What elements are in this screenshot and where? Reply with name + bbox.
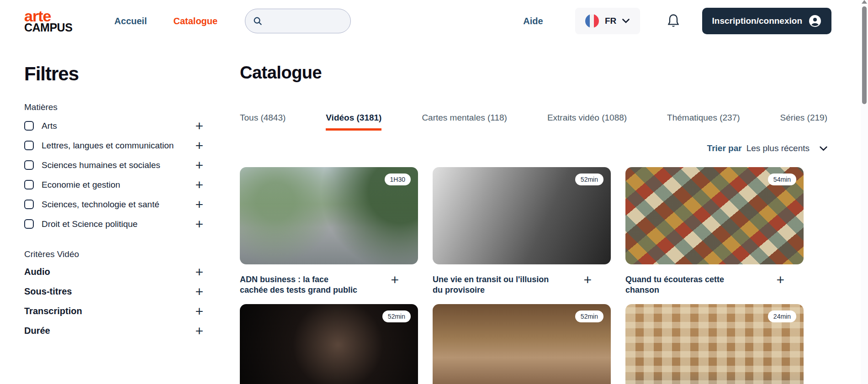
catalogue-main: Catalogue Tous (4843) Vidéos (3181) Cart… — [240, 63, 827, 384]
duration-badge: 1H30 — [385, 174, 411, 185]
checkbox-icon[interactable] — [24, 141, 34, 150]
video-title[interactable]: Quand tu écouteras cette chanson — [625, 274, 743, 295]
help-link[interactable]: Aide — [523, 16, 543, 26]
video-card[interactable]: 52min — [433, 304, 611, 384]
filters-title: Filtres — [24, 63, 203, 85]
sort-bar: Trier par Les plus récents — [240, 143, 827, 153]
section-transcription[interactable]: Transcription + — [24, 301, 203, 321]
section-label: Sous-titres — [24, 286, 72, 297]
logo-campus: CAMPUS — [24, 23, 72, 32]
vertical-scrollbar[interactable] — [861, 0, 868, 384]
add-plus-icon[interactable]: + — [776, 274, 784, 285]
france-flag-icon — [585, 14, 599, 28]
criteres-video-label: Critères Vidéo — [24, 249, 203, 259]
tab-cartes-mentales[interactable]: Cartes mentales (118) — [422, 113, 507, 128]
checkbox-icon[interactable] — [24, 180, 34, 189]
scrollbar-thumb[interactable] — [862, 6, 867, 104]
video-thumbnail[interactable]: 54min — [625, 167, 804, 264]
expand-plus-icon[interactable]: + — [195, 139, 203, 153]
filter-lettres-langues[interactable]: Lettres, langues et communication + — [24, 136, 203, 155]
filter-arts[interactable]: Arts + — [24, 116, 203, 136]
video-grid: 1H30 ADN business : la face cachée des t… — [240, 167, 827, 384]
section-label: Audio — [24, 267, 50, 277]
expand-plus-icon[interactable]: + — [195, 198, 203, 211]
search-input[interactable] — [267, 16, 340, 26]
video-card[interactable]: 52min Une vie en transit ou l'illusion d… — [433, 167, 611, 295]
signup-login-label: Inscription/connexion — [712, 16, 802, 26]
video-card[interactable]: 1H30 ADN business : la face cachée des t… — [240, 167, 418, 295]
filter-label: Sciences humaines et sociales — [42, 160, 195, 170]
nav-accueil[interactable]: Accueil — [114, 16, 147, 26]
section-duree[interactable]: Durée + — [24, 321, 203, 341]
filter-label: Economie et gestion — [42, 180, 195, 190]
video-card[interactable]: 54min Quand tu écouteras cette chanson + — [625, 167, 804, 295]
video-card[interactable]: 52min — [240, 304, 418, 384]
filter-label: Arts — [42, 121, 195, 131]
duration-badge: 54min — [768, 174, 796, 185]
filter-label: Droit et Science politique — [42, 219, 195, 229]
arte-campus-logo[interactable]: arte CAMPUS — [24, 10, 72, 32]
filter-label: Lettres, langues et communication — [42, 141, 195, 151]
section-sous-titres[interactable]: Sous-titres + — [24, 282, 203, 301]
add-plus-icon[interactable]: + — [583, 274, 592, 285]
nav-catalogue[interactable]: Catalogue — [174, 16, 218, 26]
checkbox-icon[interactable] — [24, 219, 34, 229]
filter-economie-gestion[interactable]: Economie et gestion + — [24, 175, 203, 195]
tab-series[interactable]: Séries (219) — [780, 113, 827, 128]
tab-videos[interactable]: Vidéos (3181) — [326, 113, 381, 131]
video-card[interactable]: 24min — [625, 304, 804, 384]
scroll-up-arrow-icon[interactable] — [862, 0, 867, 4]
expand-plus-icon[interactable]: + — [195, 265, 203, 279]
catalogue-tabs: Tous (4843) Vidéos (3181) Cartes mentale… — [240, 113, 827, 131]
expand-plus-icon[interactable]: + — [195, 158, 203, 172]
checkbox-icon[interactable] — [24, 121, 34, 131]
add-plus-icon[interactable]: + — [391, 274, 399, 285]
language-selector[interactable]: FR — [575, 8, 640, 34]
account-icon — [809, 15, 821, 27]
video-title[interactable]: ADN business : la face cachée des tests … — [240, 274, 358, 295]
expand-plus-icon[interactable]: + — [195, 178, 203, 192]
search-box[interactable] — [245, 9, 351, 33]
section-label: Transcription — [24, 306, 82, 316]
expand-plus-icon[interactable]: + — [195, 305, 203, 318]
tab-extraits-video[interactable]: Extraits vidéo (1088) — [547, 113, 627, 128]
filter-label: Sciences, technologie et santé — [42, 200, 195, 210]
signup-login-button[interactable]: Inscription/connexion — [702, 8, 831, 34]
checkbox-icon[interactable] — [24, 200, 34, 209]
video-thumbnail[interactable]: 1H30 — [240, 167, 418, 264]
video-thumbnail[interactable]: 52min — [240, 304, 418, 384]
filter-sciences-humaines[interactable]: Sciences humaines et sociales + — [24, 155, 203, 175]
filters-sidebar: Filtres Matières Arts + Lettres, langues… — [24, 63, 203, 341]
duration-badge: 24min — [768, 310, 796, 322]
expand-plus-icon[interactable]: + — [195, 324, 203, 338]
expand-plus-icon[interactable]: + — [195, 285, 203, 299]
expand-plus-icon[interactable]: + — [195, 217, 203, 231]
duration-badge: 52min — [575, 174, 603, 185]
language-code: FR — [605, 16, 616, 26]
section-label: Durée — [24, 326, 50, 336]
filter-droit-science-politique[interactable]: Droit et Science politique + — [24, 214, 203, 234]
sort-value[interactable]: Les plus récents — [746, 143, 810, 153]
chevron-down-icon[interactable] — [820, 146, 827, 151]
duration-badge: 52min — [382, 310, 411, 322]
filter-sciences-technologie[interactable]: Sciences, technologie et santé + — [24, 195, 203, 214]
search-icon — [253, 16, 263, 26]
header-right: Aide FR Inscription/connexion — [523, 8, 831, 34]
video-thumbnail[interactable]: 24min — [625, 304, 804, 384]
matieres-group-label: Matières — [24, 102, 203, 112]
tab-thematiques[interactable]: Thématiques (237) — [667, 113, 740, 128]
checkbox-icon[interactable] — [24, 160, 34, 170]
video-title[interactable]: Une vie en transit ou l'illusion du prov… — [433, 274, 550, 295]
sort-label: Trier par — [707, 143, 742, 153]
video-thumbnail[interactable]: 52min — [433, 304, 611, 384]
top-header: arte CAMPUS Accueil Catalogue Aide FR — [0, 0, 868, 42]
tab-tous[interactable]: Tous (4843) — [240, 113, 286, 128]
section-audio[interactable]: Audio + — [24, 262, 203, 282]
page-title: Catalogue — [240, 63, 827, 83]
chevron-down-icon — [622, 19, 630, 23]
video-thumbnail[interactable]: 52min — [433, 167, 611, 264]
expand-plus-icon[interactable]: + — [195, 119, 203, 133]
notifications-bell-icon[interactable] — [667, 14, 680, 28]
duration-badge: 52min — [575, 310, 603, 322]
